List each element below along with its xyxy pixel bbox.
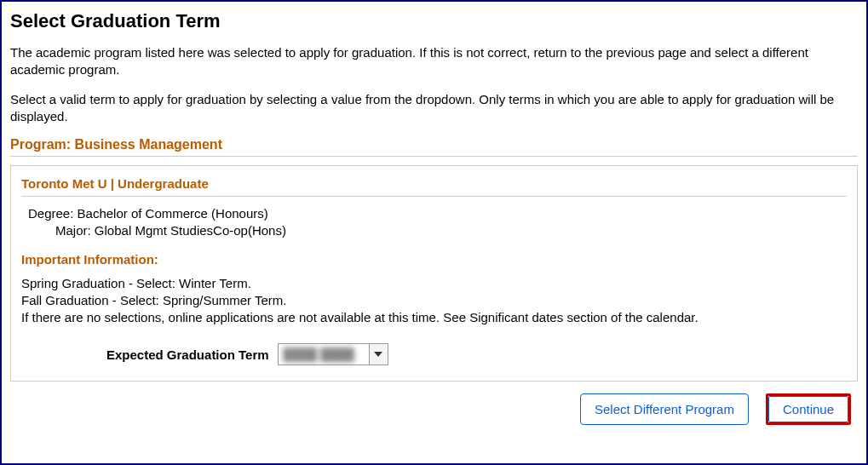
program-details-box: Toronto Met U | Undergraduate Degree: Ba… bbox=[10, 165, 858, 382]
important-info-heading: Important Information: bbox=[21, 252, 847, 267]
important-info-text: Spring Graduation - Select: Winter Term.… bbox=[21, 275, 847, 327]
expected-term-dropdown[interactable]: ████ ████ bbox=[278, 343, 388, 365]
major-label: Major: bbox=[55, 223, 91, 238]
degree-line: Degree: Bachelor of Commerce (Honours) bbox=[21, 205, 847, 222]
button-row: Select Different Program Continue bbox=[10, 393, 858, 425]
expected-term-row: Expected Graduation Term ████ ████ bbox=[21, 343, 847, 365]
degree-label: Degree: bbox=[28, 206, 73, 221]
expected-term-label: Expected Graduation Term bbox=[106, 347, 269, 362]
intro-paragraph-2: Select a valid term to apply for graduat… bbox=[10, 91, 858, 126]
chevron-down-icon bbox=[369, 344, 388, 365]
continue-button[interactable]: Continue bbox=[768, 396, 848, 422]
career-heading: Toronto Met U | Undergraduate bbox=[21, 176, 847, 197]
select-different-program-button[interactable]: Select Different Program bbox=[580, 393, 749, 425]
intro-paragraph-1: The academic program listed here was sel… bbox=[10, 44, 858, 79]
important-line-1: Spring Graduation - Select: Winter Term. bbox=[21, 275, 847, 292]
important-line-3: If there are no selections, online appli… bbox=[21, 309, 847, 326]
expected-term-selected-value: ████ ████ bbox=[279, 344, 364, 365]
important-line-2: Fall Graduation - Select: Spring/Summer … bbox=[21, 292, 847, 309]
degree-info: Degree: Bachelor of Commerce (Honours) M… bbox=[21, 205, 847, 240]
page-title: Select Graduation Term bbox=[10, 10, 858, 32]
continue-button-highlight: Continue bbox=[766, 393, 851, 425]
major-value: Global Mgmt StudiesCo-op(Hons) bbox=[95, 223, 286, 238]
page-container: Select Graduation Term The academic prog… bbox=[0, 0, 868, 465]
program-heading: Program: Business Management bbox=[10, 137, 858, 157]
major-line: Major: Global Mgmt StudiesCo-op(Hons) bbox=[21, 222, 847, 239]
degree-value: Bachelor of Commerce (Honours) bbox=[78, 206, 268, 221]
